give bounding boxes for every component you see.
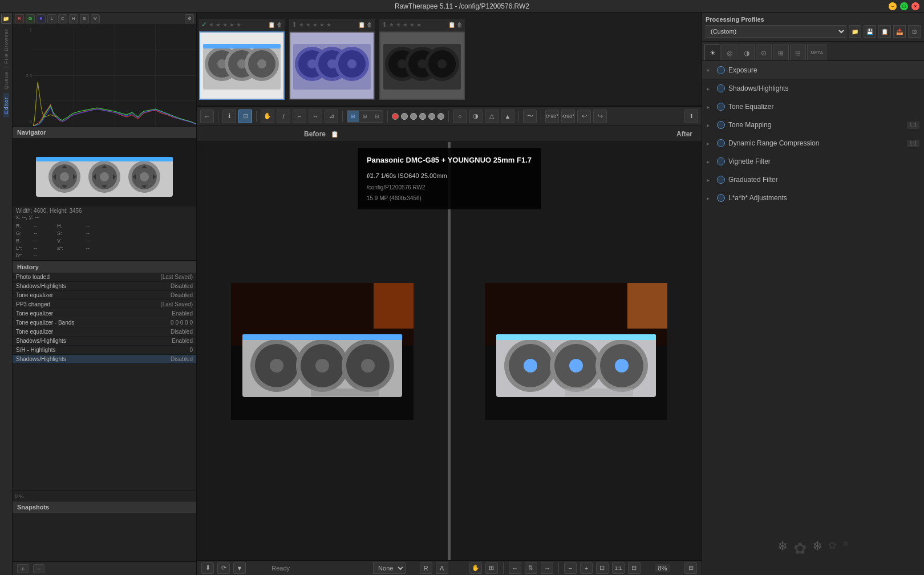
film-star-1a[interactable]: ★: [209, 22, 214, 28]
tool-toggle-tone-equalizer[interactable]: [717, 103, 725, 111]
profile-button[interactable]: ⟳: [217, 562, 230, 574]
export-button[interactable]: ⬆: [684, 110, 698, 123]
tab-detail[interactable]: ◎: [722, 44, 737, 60]
grid-mode-button[interactable]: ⊞: [485, 562, 498, 574]
tool-toggle-vignette-filter[interactable]: [717, 157, 725, 165]
tab-exposure[interactable]: ☀: [704, 44, 720, 60]
channel-r-button[interactable]: R: [420, 562, 432, 574]
color-picker-gray2[interactable]: [410, 113, 417, 120]
sidebar-label-file-browser[interactable]: File Browser: [3, 25, 9, 67]
tab-transform[interactable]: ⊞: [773, 44, 789, 60]
zoom-dropdown-arrow[interactable]: ▼: [233, 562, 246, 574]
film-thumbnail-3[interactable]: [379, 31, 465, 100]
rotate-cw-button[interactable]: ⟳90°: [545, 110, 559, 123]
history-item[interactable]: Tone equalizer - Bands0 0 0 0 0: [13, 318, 196, 327]
hist-btn-r[interactable]: R: [15, 14, 24, 23]
grid-btn-3[interactable]: ⊟: [371, 111, 383, 122]
tool-toggle-lab-adjustments[interactable]: [717, 194, 725, 202]
film-star-2b[interactable]: ★: [306, 22, 311, 28]
history-item[interactable]: Tone equalizerDisabled: [13, 291, 196, 300]
tab-advanced[interactable]: ⊙: [756, 44, 772, 60]
history-item[interactable]: Shadows/HighlightsDisabled: [13, 282, 196, 291]
tab-raw[interactable]: ⊟: [790, 44, 806, 60]
hand-mode-button[interactable]: ✋: [469, 562, 482, 574]
tool-toggle-shadows-highlights[interactable]: [717, 84, 725, 92]
pp-partial-button[interactable]: ⊡: [908, 25, 921, 38]
close-button[interactable]: ×: [911, 2, 919, 10]
color-picker-gray5[interactable]: [437, 113, 444, 120]
tool-toggle-dynamic-range[interactable]: [717, 139, 725, 147]
film-star-1c[interactable]: ★: [222, 22, 228, 28]
copy-before-icon[interactable]: 📋: [331, 131, 339, 137]
zoom-100-button[interactable]: 1:1: [612, 562, 625, 574]
warning-solid-button[interactable]: ▲: [501, 110, 514, 123]
tool-toggle-exposure[interactable]: [717, 66, 725, 74]
history-item[interactable]: S/H - Highlights0: [13, 346, 196, 355]
film-delete-3[interactable]: 🗑: [457, 22, 463, 28]
hist-btn-h[interactable]: H: [69, 14, 78, 23]
pp-save-as-button[interactable]: 📋: [878, 25, 891, 38]
circle-half-button[interactable]: ◑: [469, 110, 483, 123]
film-star-3c[interactable]: ★: [403, 22, 408, 28]
hist-btn-l[interactable]: L: [47, 14, 56, 23]
film-star-3a[interactable]: ★: [389, 22, 394, 28]
film-delete-1[interactable]: 🗑: [277, 22, 282, 28]
zoom-fit2-button[interactable]: ⊟: [628, 562, 641, 574]
history-item[interactable]: Tone equalizerDisabled: [13, 327, 196, 337]
color-picker-gray3[interactable]: [419, 113, 426, 120]
film-thumbnail-2[interactable]: [289, 31, 375, 100]
pp-select[interactable]: (Custom): [706, 25, 846, 38]
grid-btn-2[interactable]: ⊠: [359, 111, 371, 122]
film-export-3[interactable]: ⬆: [382, 21, 387, 29]
tab-meta[interactable]: META: [807, 44, 826, 60]
film-star-2c[interactable]: ★: [313, 22, 318, 28]
film-star-3b[interactable]: ★: [396, 22, 401, 28]
sidebar-label-editor[interactable]: Editor: [3, 94, 9, 118]
tool-toggle-graduated-filter[interactable]: [717, 176, 725, 184]
film-delete-2[interactable]: 🗑: [367, 22, 372, 28]
hist-btn-v[interactable]: V: [91, 14, 100, 23]
remove-snapshot-button[interactable]: −: [33, 564, 44, 573]
perspective-button[interactable]: ⊿: [325, 110, 338, 123]
color-picker-gray4[interactable]: [428, 113, 435, 120]
export-queue-button[interactable]: ⬇: [201, 562, 214, 574]
pp-save-button[interactable]: 💾: [864, 25, 876, 38]
film-star-1b[interactable]: ★: [216, 22, 221, 28]
history-item[interactable]: Shadows/HighlightsDisabled: [13, 355, 196, 364]
crop-button[interactable]: ⌐: [293, 110, 306, 123]
pp-folder-button[interactable]: 📁: [849, 25, 861, 38]
grid-btn-1[interactable]: ⊞: [347, 111, 359, 122]
zoom-fit-button[interactable]: ⊡: [596, 562, 609, 574]
film-thumbnail-1[interactable]: [199, 31, 285, 100]
film-star-2a[interactable]: ★: [299, 22, 304, 28]
info-button[interactable]: ℹ: [222, 110, 236, 123]
color-picker-red[interactable]: [392, 113, 399, 120]
transform-button[interactable]: ↔: [309, 110, 322, 123]
tool-row-vignette-filter[interactable]: ▸ Vignette Filter: [702, 152, 924, 171]
history-item[interactable]: Photo loaded(Last Saved): [13, 273, 196, 282]
navigate-back-button[interactable]: ←: [200, 110, 214, 123]
sync-button[interactable]: ⇅: [525, 562, 537, 574]
tool-row-lab-adjustments[interactable]: ▸ L*a*b* Adjustments: [702, 189, 924, 207]
tool-row-shadows-highlights[interactable]: ▸ Shadows/Highlights: [702, 79, 924, 98]
hist-btn-g[interactable]: G: [26, 14, 35, 23]
hist-btn-b[interactable]: B: [37, 14, 46, 23]
minimize-button[interactable]: −: [889, 2, 897, 10]
add-snapshot-button[interactable]: +: [17, 564, 29, 573]
color-picker-gray1[interactable]: [401, 113, 408, 120]
tool-toggle-tone-mapping[interactable]: [717, 121, 725, 129]
film-star-2e[interactable]: ★: [326, 22, 331, 28]
history-item[interactable]: PP3 changed(Last Saved): [13, 300, 196, 309]
film-copy-1[interactable]: 📋: [268, 22, 275, 28]
sidebar-label-queue[interactable]: Queue: [3, 67, 9, 94]
redo-button[interactable]: ↪: [593, 110, 607, 123]
film-star-1d[interactable]: ★: [229, 22, 234, 28]
undo-button[interactable]: ↩: [577, 110, 591, 123]
history-item[interactable]: Tone equalizerEnabled: [13, 309, 196, 318]
none-dropdown[interactable]: None: [373, 562, 406, 574]
maximize-button[interactable]: □: [900, 2, 908, 10]
prev-image-button[interactable]: ←: [509, 562, 521, 574]
hist-btn-s[interactable]: S: [80, 14, 89, 23]
tool-row-exposure[interactable]: ▾ Exposure: [702, 61, 924, 79]
pp-load-button[interactable]: 📥: [893, 25, 906, 38]
